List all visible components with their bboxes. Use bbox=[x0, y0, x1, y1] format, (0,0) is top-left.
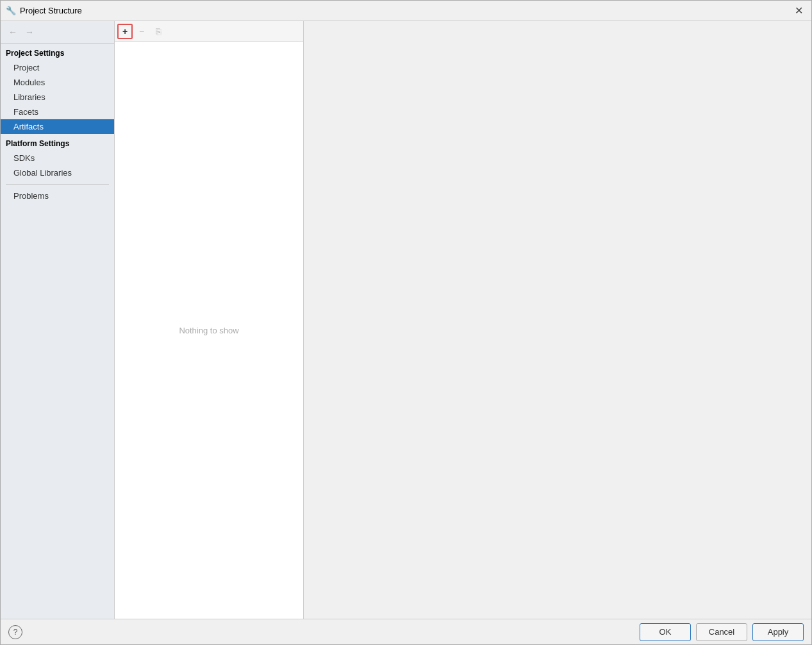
remove-artifact-button[interactable]: − bbox=[134, 24, 149, 39]
project-structure-window: 🔧 Project Structure ✕ ← → Project Settin… bbox=[0, 0, 812, 645]
sidebar-item-modules[interactable]: Modules bbox=[1, 75, 114, 90]
sidebar-item-global-libraries[interactable]: Global Libraries bbox=[1, 165, 114, 180]
remove-icon: − bbox=[139, 26, 144, 37]
nothing-to-show-label: Nothing to show bbox=[179, 326, 238, 335]
right-panel bbox=[304, 21, 811, 619]
forward-icon: → bbox=[25, 27, 34, 37]
main-content: ← → Project Settings Project Modules Lib… bbox=[1, 21, 811, 619]
ok-button[interactable]: OK bbox=[640, 623, 691, 641]
platform-settings-label: Platform Settings bbox=[1, 134, 114, 151]
center-toolbar: + − ⎘ bbox=[115, 21, 303, 42]
help-button[interactable]: ? bbox=[8, 625, 22, 639]
copy-artifact-button[interactable]: ⎘ bbox=[151, 24, 166, 39]
sidebar-item-libraries[interactable]: Libraries bbox=[1, 90, 114, 105]
sidebar: ← → Project Settings Project Modules Lib… bbox=[1, 21, 115, 619]
sidebar-item-artifacts[interactable]: Artifacts bbox=[1, 119, 114, 134]
sidebar-item-sdks[interactable]: SDKs bbox=[1, 151, 114, 165]
close-button[interactable]: ✕ bbox=[791, 3, 806, 19]
sidebar-divider bbox=[6, 184, 109, 185]
add-icon: + bbox=[122, 26, 128, 37]
sidebar-item-facets[interactable]: Facets bbox=[1, 105, 114, 119]
bottom-bar: ? OK Cancel Apply bbox=[1, 619, 811, 644]
title-bar: 🔧 Project Structure ✕ bbox=[1, 1, 811, 21]
add-artifact-button[interactable]: + bbox=[117, 24, 133, 39]
center-panel: + − ⎘ Nothing to show bbox=[115, 21, 304, 619]
project-settings-label: Project Settings bbox=[1, 44, 114, 60]
cancel-button[interactable]: Cancel bbox=[696, 623, 747, 641]
sidebar-item-project[interactable]: Project bbox=[1, 60, 114, 75]
app-icon: 🔧 bbox=[6, 6, 16, 16]
artifacts-list: Nothing to show bbox=[115, 42, 303, 619]
help-icon: ? bbox=[13, 628, 18, 637]
sidebar-item-problems[interactable]: Problems bbox=[1, 188, 114, 203]
copy-icon: ⎘ bbox=[156, 26, 161, 37]
back-button[interactable]: ← bbox=[6, 25, 20, 39]
apply-button[interactable]: Apply bbox=[752, 623, 804, 641]
sidebar-nav: ← → bbox=[1, 21, 114, 44]
forward-button[interactable]: → bbox=[22, 25, 37, 39]
window-title: Project Structure bbox=[20, 6, 791, 15]
back-icon: ← bbox=[8, 27, 17, 37]
